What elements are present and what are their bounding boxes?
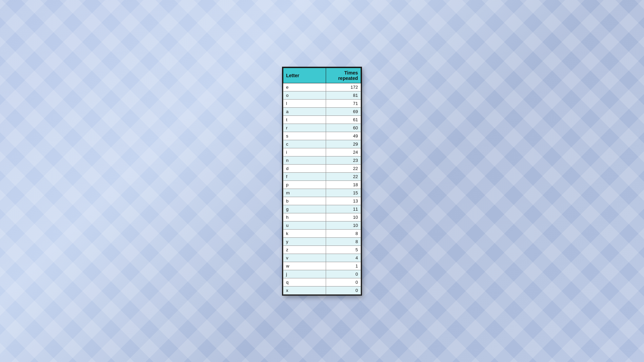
- table-row: v4: [283, 254, 361, 262]
- cell-count: 49: [326, 132, 361, 140]
- header-letter: Letter: [283, 68, 326, 83]
- table-row: z5: [283, 246, 361, 254]
- table-row: x0: [283, 286, 361, 294]
- cell-count: 81: [326, 91, 361, 99]
- cell-letter: a: [283, 107, 326, 115]
- table-row: p18: [283, 180, 361, 189]
- table-row: y8: [283, 237, 361, 246]
- table-row: c29: [283, 140, 361, 148]
- table-row: t61: [283, 115, 361, 124]
- cell-letter: t: [283, 115, 326, 124]
- cell-count: 71: [326, 99, 361, 107]
- cell-letter: w: [283, 262, 326, 270]
- table-row: a69: [283, 107, 361, 115]
- cell-letter: z: [283, 246, 326, 254]
- cell-letter: n: [283, 156, 326, 164]
- cell-count: 24: [326, 148, 361, 156]
- table-row: e172: [283, 83, 361, 91]
- cell-count: 0: [326, 286, 361, 294]
- table-row: h10: [283, 213, 361, 221]
- cell-count: 60: [326, 124, 361, 132]
- cell-letter: k: [283, 229, 326, 237]
- cell-letter: o: [283, 91, 326, 99]
- cell-letter: v: [283, 254, 326, 262]
- table-row: b13: [283, 197, 361, 205]
- cell-count: 22: [326, 172, 361, 180]
- cell-letter: m: [283, 189, 326, 197]
- cell-count: 10: [326, 221, 361, 229]
- table-row: s49: [283, 132, 361, 140]
- cell-count: 11: [326, 205, 361, 213]
- cell-letter: l: [283, 99, 326, 107]
- cell-count: 5: [326, 246, 361, 254]
- cell-count: 61: [326, 115, 361, 124]
- table-row: n23: [283, 156, 361, 164]
- cell-count: 15: [326, 189, 361, 197]
- cell-letter: r: [283, 124, 326, 132]
- cell-letter: s: [283, 132, 326, 140]
- table-row: g11: [283, 205, 361, 213]
- cell-count: 8: [326, 237, 361, 246]
- table-row: l71: [283, 99, 361, 107]
- table-row: w1: [283, 262, 361, 270]
- cell-count: 1: [326, 262, 361, 270]
- cell-count: 18: [326, 180, 361, 189]
- cell-letter: j: [283, 270, 326, 278]
- table-row: m15: [283, 189, 361, 197]
- cell-letter: i: [283, 148, 326, 156]
- cell-count: 69: [326, 107, 361, 115]
- cell-letter: e: [283, 83, 326, 91]
- cell-letter: p: [283, 180, 326, 189]
- cell-letter: q: [283, 278, 326, 286]
- cell-count: 0: [326, 278, 361, 286]
- table-row: i24: [283, 148, 361, 156]
- cell-count: 4: [326, 254, 361, 262]
- cell-count: 29: [326, 140, 361, 148]
- cell-count: 10: [326, 213, 361, 221]
- table-row: k8: [283, 229, 361, 237]
- cell-letter: g: [283, 205, 326, 213]
- table-row: r60: [283, 124, 361, 132]
- cell-letter: u: [283, 221, 326, 229]
- cell-letter: d: [283, 164, 326, 172]
- cell-letter: x: [283, 286, 326, 294]
- cell-count: 172: [326, 83, 361, 91]
- cell-count: 22: [326, 164, 361, 172]
- table-row: f22: [283, 172, 361, 180]
- cell-letter: y: [283, 237, 326, 246]
- cell-letter: f: [283, 172, 326, 180]
- table-row: u10: [283, 221, 361, 229]
- table-row: o81: [283, 91, 361, 99]
- cell-letter: b: [283, 197, 326, 205]
- cell-letter: h: [283, 213, 326, 221]
- cell-count: 13: [326, 197, 361, 205]
- table-row: j0: [283, 270, 361, 278]
- cell-letter: c: [283, 140, 326, 148]
- table-row: d22: [283, 164, 361, 172]
- data-table: Letter Timesrepeated e172o81l71a69t61r60…: [282, 67, 362, 296]
- cell-count: 23: [326, 156, 361, 164]
- table-row: q0: [283, 278, 361, 286]
- cell-count: 8: [326, 229, 361, 237]
- cell-count: 0: [326, 270, 361, 278]
- header-times-repeated: Timesrepeated: [326, 68, 361, 83]
